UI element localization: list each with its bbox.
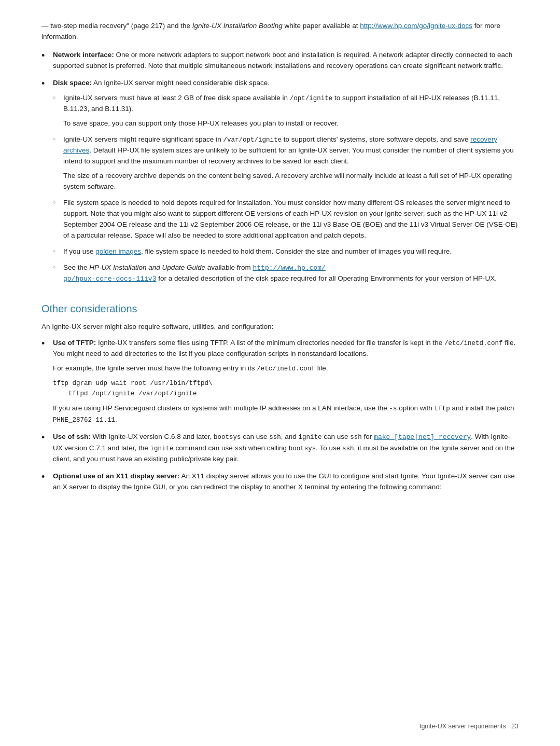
list-item-x11: • Optional use of an X11 display server:… xyxy=(41,471,519,493)
disk-text: An Ignite-UX server might need considera… xyxy=(92,79,270,87)
bullet-dot-disk: • xyxy=(41,79,53,89)
page: — two-step media recovery" (page 217) an… xyxy=(0,0,560,746)
network-label: Network interface: xyxy=(53,51,114,59)
tftp-example-mono: /etc/inetd.conf xyxy=(257,365,315,372)
ssh-text9: . To use xyxy=(316,444,342,452)
tftp-example-para: For example, the Ignite server must have… xyxy=(53,363,519,374)
ssh-mono2: ssh xyxy=(269,434,281,441)
sub-item-2: ○ Ignite-UX servers might require signif… xyxy=(53,134,519,192)
ssh-text1: With Ignite-UX version C.6.8 and later, xyxy=(91,433,214,440)
sub4-text1: If you use xyxy=(63,247,95,255)
disk-content: Disk space: An Ignite-UX server might ne… xyxy=(53,78,519,289)
tftp-ac-text2: option with xyxy=(397,404,435,412)
tftp-mono1: /etc/inetd.conf xyxy=(444,340,503,347)
sub2-note: The size of a recovery archive depends o… xyxy=(63,171,519,192)
ssh-label: Use of ssh: xyxy=(53,433,91,440)
ssh-text7: command can use xyxy=(174,444,235,452)
tftp-ac-mono2: tftp xyxy=(435,405,450,412)
intro-text-mid: white paper available at xyxy=(283,22,360,30)
ignite-ux-docs-link[interactable]: http://www.hp.com/go/ignite-ux-docs xyxy=(360,22,472,30)
sub-dot-4: ○ xyxy=(53,248,63,255)
sub-dot-2: ○ xyxy=(53,136,63,143)
ssh-mono4: ssh xyxy=(350,434,362,441)
golden-images-link[interactable]: golden images xyxy=(95,247,141,255)
bullet-dot-ssh: • xyxy=(41,433,53,443)
sub5-text2: available from xyxy=(205,264,253,271)
sub-item-4: ○ If you use golden images, file system … xyxy=(53,246,519,257)
tftp-code-block: tftp dgram udp wait root /usr/lbin/tftpd… xyxy=(53,378,519,399)
sub2-text2: to support clients' systems, store softw… xyxy=(282,135,470,143)
network-text: One or more network adapters to support … xyxy=(53,51,512,70)
bullet-dot-x11: • xyxy=(41,472,53,482)
sub1-mono: /opt/ignite xyxy=(290,95,333,102)
x11-label: Optional use of an X11 display server: xyxy=(53,472,180,480)
intro-text-start: — two-step media recovery" (page 217) an… xyxy=(41,22,192,30)
ssh-mono1: bootsys xyxy=(214,434,241,441)
sub3-text: File system space is needed to hold depo… xyxy=(63,199,517,239)
tftp-ac-text3: and install the patch xyxy=(450,404,514,412)
tftp-ac-mono3: PHNE_28762 11.11 xyxy=(53,417,115,424)
sub-item-5: ○ See the HP-UX Installation and Update … xyxy=(53,263,519,284)
sub5-text1: See the xyxy=(63,264,89,271)
tftp-ac-text4: . xyxy=(115,416,117,423)
sub1-text1: Ignite-UX servers must have at least 2 G… xyxy=(63,94,290,102)
tftp-example-text2: file. xyxy=(315,364,328,372)
sub-item-3: ○ File system space is needed to hold de… xyxy=(53,198,519,241)
ssh-text3: , and xyxy=(281,433,299,440)
disk-sub-list: ○ Ignite-UX servers must have at least 2… xyxy=(53,93,519,284)
sub2-text3: . Default HP-UX file system sizes are un… xyxy=(63,146,514,165)
ssh-text4: can use xyxy=(322,433,351,440)
intro-paragraph: — two-step media recovery" (page 217) an… xyxy=(41,21,519,43)
sub5-italic: HP-UX Installation and Update Guide xyxy=(89,264,205,271)
sub-item-1: ○ Ignite-UX servers must have at least 2… xyxy=(53,93,519,129)
tftp-ac-mono1: -s xyxy=(389,405,397,412)
sub4-text2: , file system space is needed to hold th… xyxy=(141,247,452,255)
section-bullet-list: • Use of TFTP: Ignite-UX transfers some … xyxy=(41,338,519,493)
tftp-text1: Ignite-UX transfers some files using TFT… xyxy=(96,339,444,347)
sub-dot-3: ○ xyxy=(53,199,63,206)
ssh-mono5: ignite xyxy=(150,445,174,452)
x11-content: Optional use of an X11 display server: A… xyxy=(53,471,519,493)
ssh-content: Use of ssh: With Ignite-UX version C.6.8… xyxy=(53,432,519,465)
tftp-label: Use of TFTP: xyxy=(53,339,96,347)
list-item-disk: • Disk space: An Ignite-UX server might … xyxy=(41,78,519,289)
ssh-mono6: ssh xyxy=(234,445,246,452)
sub2-text1: Ignite-UX servers might require signific… xyxy=(63,135,223,143)
footer-page: 23 xyxy=(511,723,519,730)
footer: Ignite-UX server requirements 23 xyxy=(419,722,519,731)
sub-content-2: Ignite-UX servers might require signific… xyxy=(63,134,519,192)
main-bullet-list: • Network interface: One or more network… xyxy=(41,50,519,289)
list-item-tftp: • Use of TFTP: Ignite-UX transfers some … xyxy=(41,338,519,425)
bullet-dot-network: • xyxy=(41,51,53,61)
network-content: Network interface: One or more network a… xyxy=(53,50,519,72)
sub-content-5: See the HP-UX Installation and Update Gu… xyxy=(63,263,519,284)
disk-label: Disk space: xyxy=(53,79,92,87)
ssh-mono8: ssh xyxy=(342,445,354,452)
sub-dot-5: ○ xyxy=(53,264,63,271)
sub1-note: To save space, you can support only thos… xyxy=(63,118,519,129)
bullet-dot-tftp: • xyxy=(41,339,53,349)
ssh-mono3: ignite xyxy=(299,434,322,441)
tftp-after-code: If you are using HP Serviceguard cluster… xyxy=(53,403,519,425)
sub2-mono: /var/opt/ignite xyxy=(223,136,282,144)
list-item-network: • Network interface: One or more network… xyxy=(41,50,519,72)
sub-content-3: File system space is needed to hold depo… xyxy=(63,198,519,241)
section-heading: Other considerations xyxy=(41,301,519,316)
footer-text: Ignite-UX server requirements xyxy=(419,723,506,730)
sub5-text3: for a detailed description of the disk s… xyxy=(156,274,497,282)
ssh-text5: for xyxy=(362,433,374,440)
ssh-text8: when calling xyxy=(246,444,289,452)
tftp-example-text1: For example, the Ignite server must have… xyxy=(53,364,257,372)
list-item-ssh: • Use of ssh: With Ignite-UX version C.6… xyxy=(41,432,519,465)
sub-content-1: Ignite-UX servers must have at least 2 G… xyxy=(63,93,519,129)
tftp-content: Use of TFTP: Ignite-UX transfers some fi… xyxy=(53,338,519,425)
sub-dot-1: ○ xyxy=(53,94,63,102)
intro-italic: Ignite-UX Installation Booting xyxy=(192,22,283,30)
ssh-mono7: bootsys xyxy=(289,445,316,452)
sub-content-4: If you use golden images, file system sp… xyxy=(63,246,519,257)
section-intro: An Ignite-UX server might also require s… xyxy=(41,322,519,333)
tftp-ac-text1: If you are using HP Serviceguard cluster… xyxy=(53,404,389,412)
make-recovery-link[interactable]: make_[tape|net]_recovery xyxy=(374,433,471,441)
ssh-text2: can use xyxy=(241,433,269,440)
